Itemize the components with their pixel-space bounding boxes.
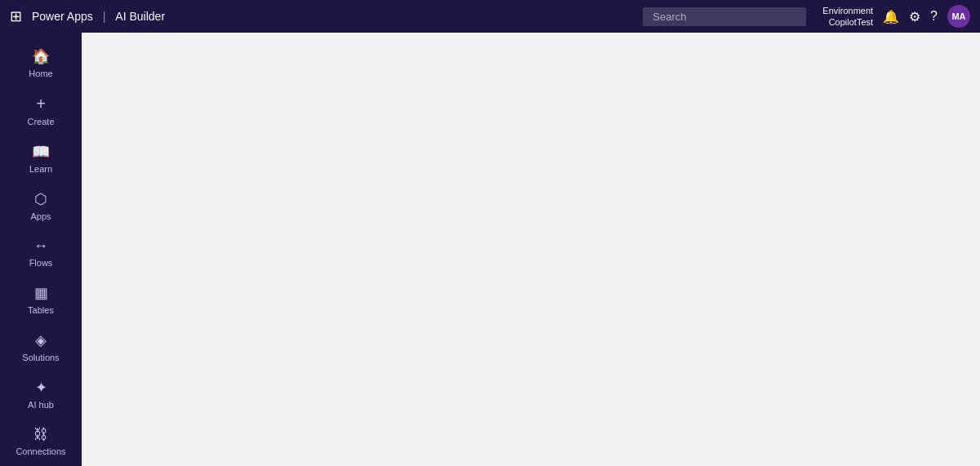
sidebar-label-connections: Connections [16,446,65,456]
power-apps-label: Power Apps [32,10,93,23]
avatar[interactable]: MA [947,5,970,28]
sidebar: 🏠 Home + Create 📖 Learn ⬡ Apps ↔ Flows ▦… [0,33,82,466]
tables-icon: ▦ [34,284,48,302]
environment-info[interactable]: Environment CopilotTest [822,5,873,29]
search-input[interactable] [643,7,806,26]
sidebar-item-tables[interactable]: ▦ Tables [0,276,82,323]
sidebar-label-home: Home [29,69,52,78]
sidebar-label-flows: Flows [29,258,53,268]
sidebar-label-learn: Learn [29,164,52,174]
sidebar-item-create[interactable]: + Create [0,87,82,135]
learn-icon: 📖 [32,143,50,161]
flows-icon: ↔ [33,237,48,255]
sidebar-label-tables: Tables [28,305,54,315]
sidebar-item-flows[interactable]: ↔ Flows [0,229,82,276]
sidebar-item-solutions[interactable]: ◈ Solutions [0,323,82,371]
sidebar-label-create: Create [27,117,54,126]
sidebar-item-learn[interactable]: 📖 Learn [0,135,82,182]
sidebar-label-aihub: AI hub [28,400,54,410]
apps-icon: ⬡ [34,190,47,208]
env-label: Environment [822,5,873,16]
sidebar-item-connections[interactable]: ⛓ Connections [0,418,82,464]
sidebar-item-home[interactable]: 🏠 Home [0,39,82,87]
topnav-right: Environment CopilotTest 🔔 ⚙ ? MA [822,5,970,29]
sidebar-label-apps: Apps [30,211,51,221]
connections-icon: ⛓ [33,426,48,443]
sidebar-item-aihub[interactable]: ✦ AI hub [0,371,82,418]
env-name: CopilotTest [822,16,873,28]
top-navigation: ⊞ Power Apps | AI Builder Environment Co… [0,0,980,33]
sidebar-label-solutions: Solutions [22,353,59,362]
notification-icon[interactable]: 🔔 [883,9,899,24]
solutions-icon: ◈ [35,331,47,349]
home-icon: 🏠 [32,47,50,65]
brand-name: Power Apps | AI Builder [32,10,165,23]
sidebar-item-apps[interactable]: ⬡ Apps [0,182,82,229]
settings-icon[interactable]: ⚙ [909,9,920,24]
create-icon: + [36,95,46,113]
apps-grid-icon[interactable]: ⊞ [10,7,22,25]
aihub-icon: ✦ [35,379,47,397]
brand-divider: | [103,10,106,23]
help-icon[interactable]: ? [930,9,938,24]
product-label: AI Builder [115,10,165,23]
